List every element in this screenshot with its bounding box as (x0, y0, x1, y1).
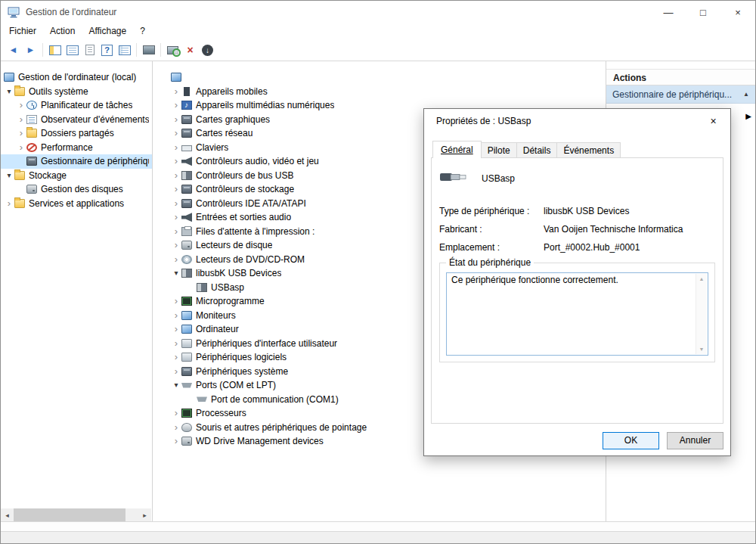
expand-chevron-icon[interactable]: › (16, 143, 26, 152)
uninstall-device-button[interactable]: × (181, 41, 199, 59)
menu-help[interactable]: ? (133, 23, 152, 39)
scroll-down-icon[interactable]: ▼ (699, 347, 705, 352)
expand-chevron-icon[interactable]: › (171, 115, 181, 124)
network-adapter-icon (181, 129, 192, 138)
scan-hardware-changes-icon (167, 46, 178, 54)
expand-chevron-icon[interactable]: › (171, 157, 181, 166)
tree-item-stockage[interactable]: ▾Stockage (1, 169, 152, 183)
actions-group-device-manager[interactable]: Gestionnaire de périphériqu... ▲ (606, 85, 755, 104)
expand-chevron-icon[interactable]: › (171, 423, 181, 432)
expand-chevron-icon[interactable]: › (171, 409, 181, 418)
collapse-chevron-icon[interactable]: ▾ (171, 269, 181, 278)
show-console-tree-button[interactable] (46, 41, 64, 59)
close-button[interactable]: × (720, 1, 755, 23)
titlebar[interactable]: Gestion de l'ordinateur — □ × (1, 1, 755, 23)
expand-chevron-icon[interactable]: › (171, 227, 181, 236)
expand-chevron-icon[interactable]: › (171, 311, 181, 320)
ok-button[interactable]: OK (603, 432, 659, 449)
expand-chevron-icon[interactable]: › (171, 339, 181, 348)
audio-controller-icon (181, 157, 192, 166)
back-button[interactable]: ◄ (5, 41, 22, 59)
expand-chevron-icon[interactable]: › (171, 129, 181, 138)
export-list-button[interactable] (64, 41, 81, 59)
tree-item-services-et-applications[interactable]: ›Services et applications (1, 197, 152, 211)
remote-computer-button[interactable] (140, 41, 157, 59)
collapse-chevron-icon[interactable]: ▾ (171, 381, 181, 390)
scrollbar-thumb[interactable] (14, 508, 125, 521)
device-root[interactable] (153, 70, 606, 85)
toolbar: ◄►?×↓ (1, 39, 755, 61)
tree-item-planificateur-de-t-ches[interactable]: ›Planificateur de tâches (1, 98, 152, 113)
help-button[interactable]: ? (98, 41, 116, 59)
expand-chevron-icon[interactable]: › (171, 325, 181, 334)
tab-pilote[interactable]: Pilote (481, 142, 517, 157)
horizontal-scrollbar[interactable]: ◂ ▸ (1, 508, 151, 521)
expand-chevron-icon[interactable]: › (171, 101, 181, 110)
scroll-up-icon[interactable]: ▲ (699, 276, 705, 281)
tab-general[interactable]: Général (432, 141, 482, 158)
menu-action[interactable]: Action (43, 23, 82, 39)
expand-chevron-icon[interactable]: › (16, 115, 26, 124)
more-actions-arrow-icon[interactable]: ▶ (745, 113, 751, 120)
standard-view-button[interactable] (116, 41, 133, 59)
vertical-scrollbar[interactable]: ▲ ▼ (696, 274, 707, 354)
expand-chevron-icon[interactable]: › (16, 101, 26, 110)
standard-view-icon (119, 45, 131, 55)
expand-chevron-icon[interactable]: › (4, 199, 14, 208)
task-scheduler-icon (26, 101, 37, 110)
expand-chevron-icon[interactable]: › (171, 367, 181, 376)
tree-item-label: Périphériques logiciels (196, 352, 287, 362)
tree-item-gestion-de-l-ordinateur-local[interactable]: Gestion de l'ordinateur (local) (1, 70, 152, 85)
expand-chevron-icon[interactable]: › (171, 199, 181, 208)
expand-chevron-icon[interactable]: › (171, 171, 181, 180)
tree-item-appareils-mobiles[interactable]: ›Appareils mobiles (153, 85, 606, 99)
dialog-titlebar[interactable]: Propriétés de : USBasp × (424, 109, 730, 132)
usb-device-icon (197, 283, 207, 292)
expand-chevron-icon[interactable]: › (171, 213, 181, 222)
cancel-button[interactable]: Annuler (667, 432, 723, 449)
tree-item-gestion-des-disques[interactable]: Gestion des disques (1, 182, 152, 197)
maximize-button[interactable]: □ (686, 1, 720, 23)
scrollbar-track[interactable] (125, 508, 138, 521)
collapse-chevron-icon[interactable]: ▾ (4, 87, 14, 96)
forward-button[interactable]: ► (22, 41, 39, 59)
scroll-left-icon[interactable]: ◂ (1, 508, 14, 521)
tab-details[interactable]: Détails (516, 142, 558, 157)
expand-chevron-icon[interactable]: › (171, 143, 181, 152)
scan-hardware-changes-button[interactable] (164, 41, 181, 59)
dialog-content: Général Pilote Détails Événements USBasp… (424, 141, 730, 424)
expand-chevron-icon[interactable]: › (171, 185, 181, 194)
tree-item-dossiers-partag-s[interactable]: ›Dossiers partagés (1, 126, 152, 141)
expand-chevron-icon[interactable]: › (171, 297, 181, 306)
menu-affichage[interactable]: Affichage (82, 23, 133, 39)
tree-item-label: Périphériques d'interface utilisateur (196, 338, 337, 349)
toolbar-separator (42, 43, 43, 57)
properties-button[interactable] (81, 41, 98, 59)
dialog-close-button[interactable]: × (696, 110, 730, 132)
minimize-button[interactable]: — (651, 1, 686, 23)
tab-evenements[interactable]: Événements (556, 142, 621, 157)
tree-item-performance[interactable]: ›Performance (1, 141, 152, 155)
menu-fichier[interactable]: Fichier (2, 23, 43, 39)
disable-device-button[interactable]: ↓ (199, 41, 216, 59)
expand-chevron-icon[interactable]: › (171, 437, 181, 446)
tree-item-gestionnaire-de-p-riph-riques[interactable]: Gestionnaire de périphériques (1, 154, 152, 169)
tree-item-outils-syst-me[interactable]: ▾Outils système (1, 85, 152, 99)
scroll-right-icon[interactable]: ▸ (138, 508, 151, 521)
expand-chevron-icon[interactable]: › (16, 129, 26, 138)
expand-chevron-icon[interactable]: › (171, 241, 181, 250)
expand-chevron-icon[interactable]: › (171, 87, 181, 96)
tree-item-observateur-d-v-nements[interactable]: ›Observateur d'événements (1, 113, 152, 127)
collapse-chevron-icon[interactable]: ▲ (743, 91, 749, 98)
forward-icon: ► (26, 45, 36, 55)
tree-item-label: Contrôleurs audio, vidéo et jeu (196, 156, 319, 166)
device-identity: USBasp (439, 170, 715, 186)
field-value: libusbK USB Devices (544, 206, 629, 217)
collapse-chevron-icon[interactable]: ▾ (4, 171, 14, 180)
expand-chevron-icon[interactable]: › (171, 255, 181, 264)
expand-chevron-icon[interactable]: › (171, 353, 181, 362)
tree-item-label: Observateur d'événements (41, 114, 149, 125)
device-status-textbox[interactable]: Ce périphérique fonctionne correctement.… (446, 272, 708, 356)
uninstall-device-icon: × (187, 44, 193, 56)
print-queue-icon (181, 227, 192, 236)
